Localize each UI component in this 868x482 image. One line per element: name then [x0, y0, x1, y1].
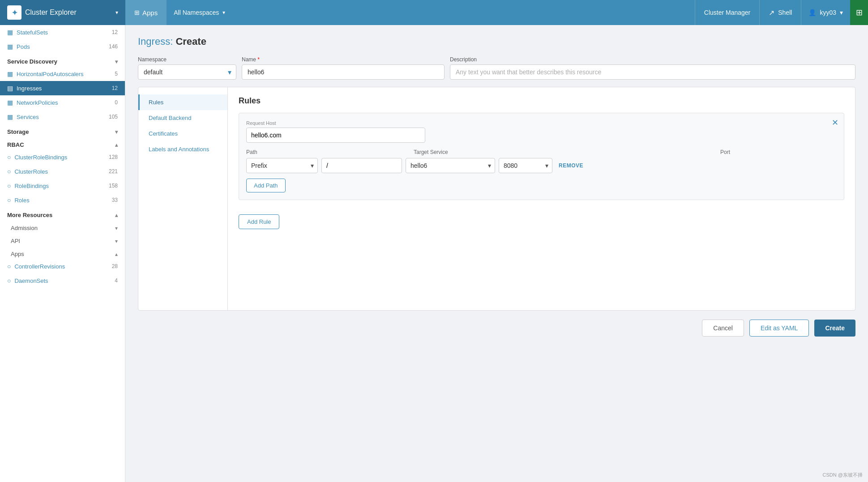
namespace-select[interactable]: default: [138, 65, 236, 79]
service-discovery-chevron-icon: ▾: [115, 59, 118, 65]
shell-icon: ↗: [769, 9, 774, 17]
sidebar-section-storage[interactable]: Storage ▾: [0, 124, 125, 137]
brand-section[interactable]: ✦ Cluster Explorer ▾: [0, 0, 125, 25]
clusterrolebindings-count: 128: [109, 154, 118, 160]
sidebar-item-ingresses[interactable]: ▤ Ingresses 12: [0, 81, 125, 95]
watermark: CSDN @东坡不择: [823, 472, 863, 478]
sidebar-section-rbac[interactable]: RBAC ▴: [0, 137, 125, 150]
page-title: Ingress: Create: [138, 36, 855, 47]
name-input[interactable]: [242, 64, 445, 80]
rolebindings-label: RoleBindings: [14, 183, 49, 189]
statefulsets-label: StatefulSets: [17, 29, 48, 36]
add-rule-button[interactable]: Add Rule: [239, 214, 279, 229]
edit-yaml-button[interactable]: Edit as YAML: [749, 320, 809, 337]
sidebar-item-hpa[interactable]: ▦ HorizontalPodAutoscalers 5: [0, 67, 125, 81]
sidebar-item-daemonsets[interactable]: ○ DaemonSets 4: [0, 273, 125, 288]
cluster-manager-label: Cluster Manager: [704, 9, 751, 16]
controller-revisions-icon: ○: [7, 263, 11, 270]
port-select-wrapper[interactable]: 8080 ▾: [499, 158, 552, 173]
sidebar-section-apps[interactable]: Apps ▴: [0, 246, 125, 259]
tab-rules[interactable]: Rules: [138, 94, 227, 110]
rule-card: ✕ Request Host Path Target Service Port: [239, 113, 844, 200]
sidebar-item-controller-revisions[interactable]: ○ ControllerRevisions 28: [0, 259, 125, 273]
rbac-label: RBAC: [7, 141, 24, 148]
create-button[interactable]: Create: [814, 320, 855, 337]
path-value-input[interactable]: [321, 158, 402, 173]
path-header-action: [801, 149, 837, 155]
more-resources-label: More Resources: [7, 212, 52, 218]
statefulsets-count: 12: [112, 29, 118, 35]
cancel-button[interactable]: Cancel: [702, 320, 744, 337]
statefulsets-icon: ▦: [7, 29, 13, 36]
path-type-select[interactable]: Prefix Exact ImplementationSpecific: [247, 158, 317, 173]
tab-default-backend-label: Default Backend: [149, 115, 191, 121]
daemonsets-count: 4: [115, 277, 118, 284]
clusterroles-label: ClusterRoles: [14, 168, 47, 175]
namespaces-chevron-icon: ▾: [222, 9, 225, 16]
network-policies-label: NetworkPolicies: [17, 99, 58, 106]
namespaces-selector[interactable]: All Namespaces ▾: [167, 0, 232, 25]
sidebar-section-service-discovery[interactable]: Service Discovery ▾: [0, 54, 125, 67]
target-service-select-wrapper[interactable]: hello6 ▾: [406, 158, 495, 173]
more-resources-chevron-icon: ▴: [115, 212, 118, 218]
clusterroles-count: 221: [109, 168, 118, 175]
sidebar-item-pods[interactable]: ▦ Pods 146: [0, 39, 125, 54]
sidebar-item-clusterrolebindings[interactable]: ○ ClusterRoleBindings 128: [0, 150, 125, 164]
rolebindings-count: 158: [109, 183, 118, 189]
apps-label: Apps: [11, 251, 24, 257]
target-service-select[interactable]: hello6: [406, 158, 495, 173]
form-actions: Cancel Edit as YAML Create: [138, 320, 855, 346]
daemonsets-icon: ○: [7, 277, 11, 284]
tab-labels-annotations-label: Labels and Annotations: [149, 146, 209, 153]
sidebar-item-clusterroles[interactable]: ○ ClusterRoles 221: [0, 164, 125, 179]
name-required-indicator: *: [257, 56, 260, 63]
rules-section-title: Rules: [239, 96, 844, 106]
clusterroles-icon: ○: [7, 168, 11, 175]
services-count: 105: [109, 114, 118, 120]
controller-revisions-label: ControllerRevisions: [14, 263, 65, 270]
sidebar-section-api[interactable]: API ▾: [0, 233, 125, 246]
storage-chevron-icon: ▾: [115, 129, 118, 135]
request-host-input[interactable]: [246, 128, 425, 143]
tab-default-backend[interactable]: Default Backend: [138, 110, 227, 126]
services-label: Services: [17, 114, 39, 120]
description-input[interactable]: [450, 64, 855, 80]
user-menu[interactable]: 👤 kyy03 ▾: [801, 0, 850, 25]
user-chevron-icon: ▾: [840, 9, 843, 16]
controller-revisions-count: 28: [112, 263, 118, 269]
admission-label: Admission: [11, 225, 38, 231]
remove-path-button[interactable]: REMOVE: [556, 161, 586, 171]
top-nav-right: Cluster Manager ↗ Shell 👤 kyy03 ▾ ⊞: [695, 0, 868, 25]
sidebar-item-statefulsets[interactable]: ▦ StatefulSets 12: [0, 25, 125, 39]
namespace-select-wrapper[interactable]: default ▾: [138, 64, 236, 80]
clusterrolebindings-icon: ○: [7, 154, 11, 161]
apps-nav-item[interactable]: ⊞ Apps: [125, 0, 167, 25]
pods-icon: ▦: [7, 43, 13, 50]
services-icon: ▦: [7, 113, 13, 120]
sidebar-section-more-resources[interactable]: More Resources ▴: [0, 207, 125, 220]
sidebar-section-admission[interactable]: Admission ▾: [0, 220, 125, 233]
nav-end-indicator: ⊞: [850, 0, 868, 25]
brand-chevron-icon: ▾: [115, 9, 118, 16]
sidebar-item-roles[interactable]: ○ Roles 33: [0, 193, 125, 207]
sidebar-item-services[interactable]: ▦ Services 105: [0, 110, 125, 124]
pods-count: 146: [109, 43, 118, 50]
port-select[interactable]: 8080: [499, 158, 552, 173]
main-content: Ingress: Create Namespace default ▾ Name…: [125, 25, 868, 482]
service-discovery-label: Service Discovery: [7, 58, 57, 65]
sidebar-item-rolebindings[interactable]: ○ RoleBindings 158: [0, 179, 125, 193]
sidebar-item-network-policies[interactable]: ▦ NetworkPolicies 0: [0, 95, 125, 110]
add-path-button[interactable]: Add Path: [246, 179, 286, 192]
path-type-select-wrapper[interactable]: Prefix Exact ImplementationSpecific ▾: [246, 158, 318, 173]
tab-labels-annotations[interactable]: Labels and Annotations: [138, 141, 227, 157]
path-row: Prefix Exact ImplementationSpecific ▾ he…: [246, 158, 837, 173]
tab-certificates-label: Certificates: [149, 130, 178, 137]
shell-label: Shell: [778, 9, 792, 16]
tab-certificates[interactable]: Certificates: [138, 126, 227, 141]
shell-nav-item[interactable]: ↗ Shell: [759, 0, 801, 25]
rule-close-button[interactable]: ✕: [832, 119, 838, 127]
path-header: Path Target Service Port: [246, 149, 837, 155]
cluster-manager-nav-item[interactable]: Cluster Manager: [695, 0, 760, 25]
hpa-icon: ▦: [7, 70, 13, 77]
brand-title: Cluster Explorer: [25, 9, 77, 17]
